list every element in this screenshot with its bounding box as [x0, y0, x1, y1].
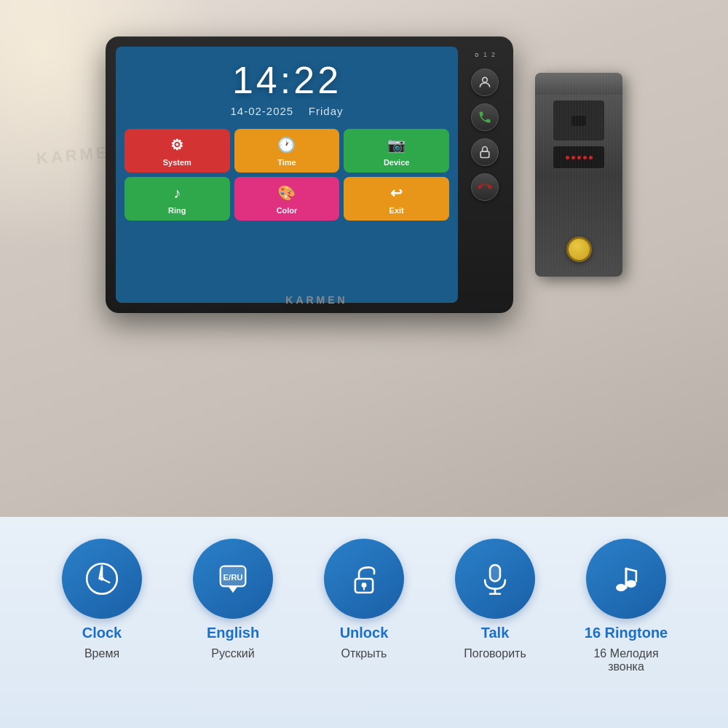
doorbell-camera [553, 100, 604, 141]
talk-label-en: Talk [481, 625, 510, 641]
ringtone-icon [607, 560, 645, 598]
doorbell-unit [535, 73, 622, 277]
date-display: 14-02-2025 Friday [230, 105, 343, 117]
doorbell-call-button[interactable] [566, 237, 592, 262]
clock-label-ru: Время [84, 647, 119, 660]
talk-label-ru: Поговорить [464, 647, 526, 660]
doorbell-top [535, 73, 622, 95]
device-label: Device [384, 158, 409, 167]
doorbell-ir-leds [553, 146, 604, 168]
ring-label: Ring [168, 206, 186, 215]
camera-lens [571, 116, 586, 126]
english-label-en: English [207, 625, 259, 641]
exit-label: Exit [389, 206, 404, 215]
btn-unlock[interactable] [471, 138, 499, 166]
menu-exit[interactable]: ↩ Exit [344, 177, 449, 221]
svg-point-19 [626, 580, 636, 587]
indicator-row: ᴏ 1 2 [475, 51, 495, 58]
color-icon: 🎨 [277, 184, 296, 202]
system-icon: ⚙ [170, 136, 183, 154]
monitor-unit: 14:22 14-02-2025 Friday ⚙ System 🕐 Time … [106, 36, 513, 313]
english-label-ru: Русский [211, 647, 254, 660]
time-icon: 🕐 [277, 136, 296, 154]
clock-icon [83, 560, 121, 598]
day-value: Friday [309, 105, 344, 117]
clock-label-en: Clock [82, 625, 122, 641]
feature-clock: Clock Время [47, 539, 157, 660]
btn-contact[interactable] [471, 68, 499, 96]
clock-circle [62, 539, 142, 619]
svg-rect-1 [480, 151, 489, 157]
ir-dot-2 [571, 156, 575, 159]
feature-unlock: Unlock Открыть [309, 539, 419, 660]
device-icon: 📷 [387, 136, 405, 154]
monitor-screen: 14:22 14-02-2025 Friday ⚙ System 🕐 Time … [116, 47, 458, 303]
english-icon: E/RU [214, 560, 252, 598]
feature-talk: Talk Поговорить [440, 539, 550, 660]
features-section: Clock Время E/RU English Русский Unlock … [0, 517, 728, 728]
ringtone-label-ru: 16 Мелодия звонка [593, 647, 658, 673]
svg-text:E/RU: E/RU [223, 573, 243, 582]
btn-call-end[interactable] [471, 173, 499, 201]
ch2-indicator-label: 2 [491, 51, 495, 58]
svg-line-17 [626, 569, 636, 571]
unlock-label-ru: Открыть [341, 647, 387, 660]
time-display: 14:22 [232, 58, 341, 102]
ir-dot-1 [566, 156, 569, 159]
monitor-brand-label: KARMEN [285, 294, 347, 306]
system-label: System [163, 158, 191, 167]
exit-icon: ↩ [390, 184, 403, 202]
menu-time[interactable]: 🕐 Time [234, 129, 340, 173]
menu-grid: ⚙ System 🕐 Time 📷 Device ♪ Ring 🎨 C [124, 129, 449, 221]
time-label: Time [277, 158, 296, 167]
feature-english: E/RU English Русский [178, 539, 288, 660]
ringtone-circle [586, 539, 666, 619]
ir-dot-4 [583, 156, 587, 159]
svg-point-0 [483, 77, 488, 82]
ch1-indicator-label: 1 [483, 51, 487, 58]
unlock-circle [324, 539, 404, 619]
power-indicator-label: ᴏ [475, 51, 479, 58]
unlock-label-en: Unlock [340, 625, 389, 641]
ringtone-label-en: 16 Ringtone [585, 625, 668, 641]
unlock-icon [345, 560, 383, 598]
talk-circle [455, 539, 535, 619]
menu-device[interactable]: 📷 Device [344, 129, 449, 173]
svg-point-15 [616, 584, 626, 591]
ir-dot-3 [577, 156, 581, 159]
menu-color[interactable]: 🎨 Color [234, 177, 340, 221]
menu-ring[interactable]: ♪ Ring [124, 177, 230, 221]
ring-icon: ♪ [173, 185, 181, 202]
product-area: 14:22 14-02-2025 Friday ⚙ System 🕐 Time … [22, 36, 706, 313]
date-value: 14-02-2025 [230, 105, 293, 117]
svg-rect-12 [490, 565, 500, 582]
menu-system[interactable]: ⚙ System [124, 129, 230, 173]
btn-call-answer[interactable] [471, 103, 499, 131]
talk-icon [476, 560, 514, 598]
feature-ringtone: 16 Ringtone 16 Мелодия звонка [571, 539, 681, 673]
english-circle: E/RU [193, 539, 273, 619]
svg-point-10 [362, 582, 367, 587]
color-label: Color [277, 206, 298, 215]
ir-dot-5 [589, 156, 593, 159]
side-panel: ᴏ 1 2 [467, 47, 503, 303]
